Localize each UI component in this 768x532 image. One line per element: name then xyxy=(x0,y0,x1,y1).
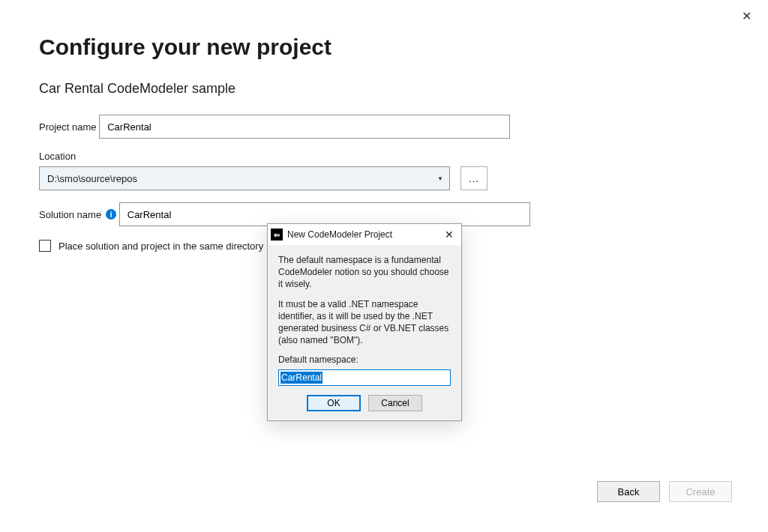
dialog-title: New CodeModeler Project xyxy=(287,229,437,240)
project-name-label: Project name xyxy=(39,121,97,133)
dialog-paragraph-1: The default namespace is a fundamental C… xyxy=(278,254,451,291)
default-namespace-input[interactable]: CarRental xyxy=(278,369,451,386)
same-directory-label: Place solution and project in the same d… xyxy=(58,241,263,252)
create-button: Create xyxy=(669,481,732,502)
dialog-close-icon[interactable]: ✕ xyxy=(442,229,457,241)
template-subtitle: Car Rental CodeModeler sample xyxy=(39,81,729,97)
info-icon[interactable]: i xyxy=(106,209,116,220)
project-name-input[interactable] xyxy=(99,115,510,139)
default-namespace-value: CarRental xyxy=(280,372,322,384)
window-close-icon[interactable]: ✕ xyxy=(736,6,758,26)
same-directory-checkbox[interactable] xyxy=(39,240,51,252)
new-codemodeler-project-dialog: ⇐ New CodeModeler Project ✕ The default … xyxy=(267,223,462,421)
chevron-down-icon: ▼ xyxy=(437,175,443,182)
dialog-paragraph-2: It must be a valid .NET namespace identi… xyxy=(278,298,451,347)
solution-name-label: Solution name xyxy=(39,209,101,220)
location-combobox[interactable]: D:\smo\source\repos ▼ xyxy=(39,166,450,190)
back-button[interactable]: Back xyxy=(597,481,660,502)
location-label: Location xyxy=(39,151,76,162)
location-value: D:\smo\source\repos xyxy=(47,173,137,184)
ok-button[interactable]: OK xyxy=(307,395,361,411)
page-title: Configure your new project xyxy=(39,34,729,60)
browse-button[interactable]: ... xyxy=(460,166,488,190)
cancel-button[interactable]: Cancel xyxy=(368,395,422,411)
app-icon: ⇐ xyxy=(271,229,283,241)
default-namespace-label: Default namespace: xyxy=(278,354,451,366)
